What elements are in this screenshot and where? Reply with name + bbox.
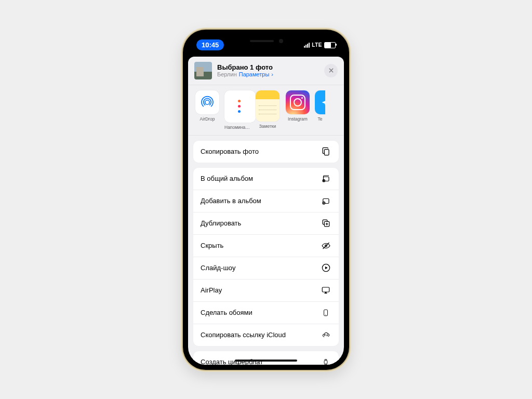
home-indicator[interactable] <box>235 360 297 362</box>
action-slideshow[interactable]: Слайд-шоу <box>193 257 339 279</box>
phone-frame: 10:45 LTE Выбрано 1 фото Берлин Параметр… <box>183 30 349 370</box>
action-shared-album[interactable]: В общий альбом <box>193 168 339 190</box>
phone-icon <box>320 308 331 318</box>
app-label: Заметки <box>255 124 281 129</box>
svg-rect-12 <box>324 360 327 364</box>
svg-rect-1 <box>324 150 329 155</box>
selection-title: Выбрано 1 фото <box>217 63 324 71</box>
battery-icon <box>324 42 336 48</box>
shared-album-icon <box>320 174 331 184</box>
action-copy-photo[interactable]: Скопировать фото <box>193 141 339 163</box>
watch-icon <box>320 357 331 365</box>
action-label: Сделать обоями <box>201 309 252 316</box>
share-sheet-header: Выбрано 1 фото Берлин Параметры › <box>188 57 344 85</box>
action-label: Скопировать фото <box>201 148 259 155</box>
share-app-instagram[interactable]: Instagram <box>285 90 311 130</box>
airdrop-icon <box>195 90 219 114</box>
share-app-telegram[interactable]: Te <box>315 90 325 130</box>
status-time-pill: 10:45 <box>196 39 224 50</box>
svg-point-0 <box>205 100 210 104</box>
hide-icon <box>320 241 331 251</box>
actions-scroll[interactable]: Скопировать фото В общий альбом <box>188 136 344 365</box>
action-label: Добавить в альбом <box>201 197 261 205</box>
reminders-icon <box>224 90 256 123</box>
action-duplicate[interactable]: Дублировать <box>193 212 339 234</box>
app-label: Instagram <box>285 116 311 122</box>
cloud-link-icon <box>320 330 331 340</box>
action-group-1: Скопировать фото <box>193 141 339 163</box>
play-icon <box>320 263 331 273</box>
notes-icon <box>256 90 280 122</box>
chevron-right-icon: › <box>271 71 273 77</box>
action-label: В общий альбом <box>201 175 253 182</box>
telegram-icon <box>315 90 325 114</box>
action-label: Скопировать ссылку iCloud <box>201 331 286 339</box>
share-app-airdrop[interactable]: AirDrop <box>194 90 220 130</box>
phone-screen: 10:45 LTE Выбрано 1 фото Берлин Параметр… <box>188 35 344 365</box>
action-label: Дублировать <box>201 219 241 227</box>
notch <box>227 35 305 47</box>
action-label: Скрыть <box>201 242 223 249</box>
instagram-icon <box>286 90 310 114</box>
share-sheet: Выбрано 1 фото Берлин Параметры › <box>188 57 344 365</box>
airplay-icon <box>320 285 331 296</box>
signal-icon <box>304 43 310 48</box>
action-icloud-link[interactable]: Скопировать ссылку iCloud <box>193 324 339 346</box>
app-label: AirDrop <box>194 116 220 122</box>
share-app-reminders[interactable]: Напоминания <box>224 90 250 130</box>
duplicate-icon <box>320 218 331 229</box>
share-app-notes[interactable]: Заметки <box>255 90 281 130</box>
svg-rect-10 <box>322 287 329 292</box>
app-label: Te <box>315 116 325 122</box>
action-airplay[interactable]: AirPlay <box>193 279 339 301</box>
add-album-icon <box>320 196 331 206</box>
action-hide[interactable]: Скрыть <box>193 234 339 257</box>
app-label: Напоминания <box>224 125 250 130</box>
copy-icon <box>320 147 331 157</box>
action-group-2: В общий альбом Добавить в альбом <box>193 168 339 346</box>
selected-photo-thumbnail[interactable] <box>194 62 212 79</box>
action-group-3: Создать циферблат Сохранить в «Файлы» <box>193 351 339 365</box>
close-icon <box>328 68 334 73</box>
network-label: LTE <box>312 42 322 48</box>
action-label: AirPlay <box>201 286 222 294</box>
close-button[interactable] <box>324 64 338 77</box>
share-apps-row[interactable]: AirDrop Напоминания Заметки <box>188 85 344 136</box>
options-link[interactable]: Параметры <box>239 71 270 77</box>
action-wallpaper[interactable]: Сделать обоями <box>193 301 339 324</box>
selection-location: Берлин <box>217 71 237 77</box>
action-add-to-album[interactable]: Добавить в альбом <box>193 190 339 212</box>
action-label: Слайд-шоу <box>201 264 235 272</box>
action-watch-face[interactable]: Создать циферблат <box>193 351 339 365</box>
